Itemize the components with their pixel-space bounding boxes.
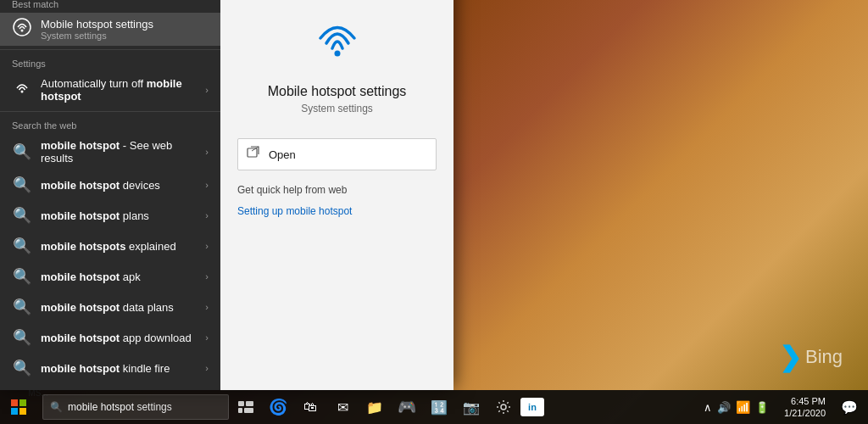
result-web-1[interactable]: 🔍 mobile hotspot - See web results › bbox=[0, 134, 220, 170]
task-view-button[interactable] bbox=[231, 392, 261, 422]
edge-button[interactable]: 🌀 bbox=[263, 392, 293, 422]
result-arrow-w5: › bbox=[205, 271, 209, 282]
result-arrow-w4: › bbox=[205, 241, 209, 251]
best-match-label: Best match bbox=[0, 0, 220, 13]
svg-rect-23 bbox=[244, 408, 253, 413]
search-web-icon-5: 🔍 bbox=[12, 267, 32, 286]
result-arrow-w1: › bbox=[205, 147, 209, 157]
result-arrow-w6: › bbox=[205, 302, 209, 312]
web-help-title: Get quick help from web bbox=[237, 184, 437, 196]
battery-icon[interactable]: 🔋 bbox=[755, 401, 769, 414]
search-web-icon-3: 🔍 bbox=[12, 206, 32, 225]
detail-title: Mobile hotspot settings bbox=[268, 84, 407, 99]
svg-rect-18 bbox=[11, 408, 18, 415]
clock-date: 1/21/2020 bbox=[784, 407, 826, 419]
bing-text: Bing bbox=[805, 346, 843, 368]
web-help-link[interactable]: Setting up mobile hotspot bbox=[237, 205, 352, 217]
linkedin-button[interactable]: in bbox=[520, 398, 544, 416]
hotspot-settings-title: Mobile hotspot settings bbox=[41, 18, 153, 31]
network-icon[interactable]: 📶 bbox=[736, 400, 750, 414]
result-web-2-title: mobile hotspot devices bbox=[41, 179, 160, 192]
taskbar-search-box[interactable]: 🔍 mobile hotspot settings bbox=[42, 394, 229, 420]
search-cursor-text: settings bbox=[134, 401, 172, 413]
svg-rect-17 bbox=[19, 399, 26, 406]
result-web-4-text: mobile hotspots explained bbox=[41, 240, 176, 253]
result-web-2-text: mobile hotspot devices bbox=[41, 179, 160, 192]
result-arrow-w2: › bbox=[205, 180, 209, 190]
result-web-6[interactable]: 🔍 mobile hotspot data plans › bbox=[0, 292, 220, 322]
result-auto-turn-off[interactable]: Automatically turn off mobile hotspot › bbox=[0, 72, 220, 108]
svg-point-13 bbox=[21, 90, 24, 92]
result-web-3-text: mobile hotspot plans bbox=[41, 209, 149, 222]
search-web-icon-8: 🔍 bbox=[12, 359, 32, 377]
system-tray: ∧ 🔊 📶 🔋 bbox=[704, 400, 769, 414]
result-web-7-title: mobile hotspot app download bbox=[41, 332, 192, 344]
search-web-icon-7: 🔍 bbox=[12, 328, 32, 347]
calculator-button[interactable]: 🔢 bbox=[424, 392, 454, 422]
search-input-text: mobile hotspot bbox=[68, 401, 134, 413]
xbox-button[interactable]: 🎮 bbox=[392, 392, 422, 422]
result-web-5[interactable]: 🔍 mobile hotspot apk › bbox=[0, 261, 220, 292]
result-web-5-text: mobile hotspot apk bbox=[41, 271, 141, 283]
volume-icon[interactable]: 🔊 bbox=[717, 401, 731, 414]
search-web-icon-1: 🔍 bbox=[12, 142, 32, 161]
svg-point-12 bbox=[21, 30, 24, 32]
svg-rect-20 bbox=[238, 401, 244, 406]
divider-2 bbox=[0, 111, 220, 112]
result-web-8[interactable]: 🔍 mobile hotspot kindle fire › bbox=[0, 353, 220, 383]
clock-time: 6:45 PM bbox=[784, 395, 826, 407]
svg-point-24 bbox=[501, 404, 506, 410]
result-arrow-w3: › bbox=[205, 210, 209, 220]
notifications-button[interactable]: 💬 bbox=[834, 392, 865, 422]
web-search-label: Search the web bbox=[0, 115, 220, 134]
hotspot-settings-icon bbox=[12, 18, 32, 41]
hotspot-settings-subtitle: System settings bbox=[41, 31, 153, 41]
open-label: Open bbox=[269, 148, 296, 161]
result-arrow-w8: › bbox=[205, 363, 209, 373]
result-web-8-title: mobile hotspot kindle fire bbox=[41, 362, 170, 375]
result-web-1-title: mobile hotspot - See web results bbox=[41, 139, 197, 165]
svg-rect-21 bbox=[246, 401, 253, 406]
result-arrow-w7: › bbox=[205, 332, 209, 343]
search-web-icon-4: 🔍 bbox=[12, 237, 32, 255]
up-arrow-icon[interactable]: ∧ bbox=[704, 401, 712, 414]
taskbar-search-text: mobile hotspot settings bbox=[68, 401, 172, 413]
result-web-7-text: mobile hotspot app download bbox=[41, 332, 192, 344]
result-mobile-hotspot-settings[interactable]: Mobile hotspot settings System settings bbox=[0, 13, 220, 46]
result-web-1-text: mobile hotspot - See web results bbox=[41, 139, 197, 165]
start-button[interactable] bbox=[3, 392, 34, 422]
taskbar-apps: 🌀 🛍 ✉ 📁 🎮 🔢 📷 in bbox=[231, 392, 702, 422]
result-web-3[interactable]: 🔍 mobile hotspot plans › bbox=[0, 200, 220, 231]
bing-watermark: ❯ Bing bbox=[779, 341, 843, 373]
explorer-button[interactable]: 📁 bbox=[359, 392, 390, 422]
auto-hotspot-title: Automatically turn off mobile hotspot bbox=[41, 77, 197, 103]
camera-button[interactable]: 📷 bbox=[456, 392, 487, 422]
result-web-7[interactable]: 🔍 mobile hotspot app download › bbox=[0, 322, 220, 353]
settings-label: Settings bbox=[0, 53, 220, 72]
hotspot-settings-text: Mobile hotspot settings System settings bbox=[41, 18, 153, 41]
detail-subtitle: System settings bbox=[301, 103, 373, 114]
result-web-2[interactable]: 🔍 mobile hotspot devices › bbox=[0, 170, 220, 200]
svg-rect-16 bbox=[11, 399, 18, 406]
open-icon bbox=[247, 146, 260, 163]
mail-button[interactable]: ✉ bbox=[327, 392, 358, 422]
result-web-3-title: mobile hotspot plans bbox=[41, 209, 149, 222]
detail-open-action[interactable]: Open bbox=[237, 138, 437, 170]
results-list: Best match Mobile hotspot settings Syste… bbox=[0, 0, 220, 390]
result-web-4-title: mobile hotspots explained bbox=[41, 240, 176, 253]
divider-1 bbox=[0, 49, 220, 50]
svg-point-14 bbox=[334, 51, 340, 57]
svg-rect-15 bbox=[248, 148, 257, 157]
result-web-6-text: mobile hotspot data plans bbox=[41, 301, 174, 314]
search-web-icon-6: 🔍 bbox=[12, 298, 32, 316]
settings-button[interactable] bbox=[488, 392, 519, 422]
store-button[interactable]: 🛍 bbox=[295, 392, 326, 422]
auto-hotspot-icon bbox=[12, 80, 32, 101]
system-clock[interactable]: 6:45 PM 1/21/2020 bbox=[777, 395, 832, 420]
search-web-icon-2: 🔍 bbox=[12, 176, 32, 194]
result-web-5-title: mobile hotspot apk bbox=[41, 271, 141, 283]
result-detail-pane: Mobile hotspot settings System settings … bbox=[220, 0, 453, 390]
taskbar: 🔍 mobile hotspot settings 🌀 🛍 ✉ 📁 🎮 🔢 📷 bbox=[0, 390, 868, 424]
svg-rect-22 bbox=[238, 408, 242, 413]
result-web-4[interactable]: 🔍 mobile hotspots explained › bbox=[0, 231, 220, 261]
